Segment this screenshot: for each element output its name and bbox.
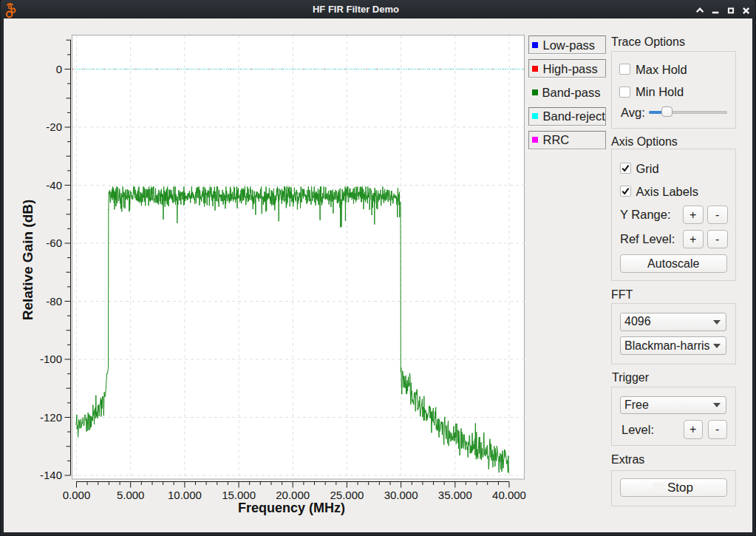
svg-text:5.000: 5.000 <box>117 489 145 501</box>
svg-text:-80: -80 <box>46 295 62 308</box>
svg-text:15.000: 15.000 <box>222 489 256 501</box>
svg-text:20.000: 20.000 <box>276 489 310 501</box>
svg-text:10.000: 10.000 <box>168 489 202 501</box>
svg-text:0.000: 0.000 <box>63 489 91 501</box>
svg-text:-20: -20 <box>46 121 62 133</box>
svg-text:Frequency (MHz): Frequency (MHz) <box>238 501 345 515</box>
svg-text:30.000: 30.000 <box>384 489 418 501</box>
svg-text:-120: -120 <box>40 411 62 424</box>
svg-text:35.000: 35.000 <box>438 489 472 501</box>
svg-text:-140: -140 <box>40 469 62 481</box>
svg-text:0: 0 <box>56 63 62 75</box>
svg-text:25.000: 25.000 <box>330 489 364 501</box>
svg-text:-40: -40 <box>46 179 62 191</box>
svg-text:40.000: 40.000 <box>492 489 526 501</box>
svg-text:-100: -100 <box>40 353 62 365</box>
svg-text:-60: -60 <box>46 237 62 249</box>
svg-text:Relative Gain (dB): Relative Gain (dB) <box>20 200 35 321</box>
